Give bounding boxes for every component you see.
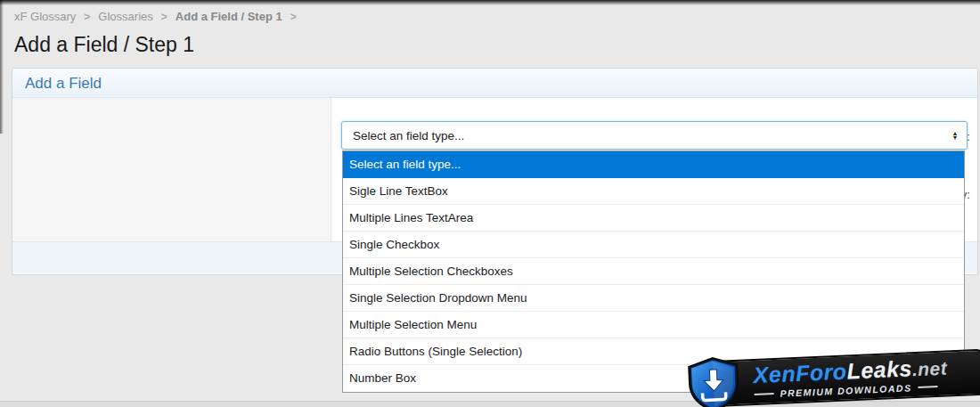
breadcrumb-item-xf-glossary[interactable]: xF Glossary <box>14 10 76 23</box>
screenshot-left-shadow <box>0 0 4 134</box>
breadcrumb: xF Glossary > Glossaries > Add a Field /… <box>14 10 297 23</box>
field-type-select[interactable]: Select an field type... ▲▼ <box>341 121 968 150</box>
dropdown-option[interactable]: Single Checkbox <box>343 232 964 258</box>
chevron-right-icon: > <box>161 11 167 23</box>
dropdown-option[interactable]: Multiple Selection Menu <box>343 312 964 338</box>
watermark-brand-part3: .net <box>911 358 947 380</box>
screenshot-top-shadow <box>0 0 980 5</box>
dropdown-option[interactable]: Select an field type... <box>343 151 964 178</box>
download-shield-icon <box>683 354 745 407</box>
chevron-right-icon: > <box>290 11 297 23</box>
breadcrumb-item-glossaries[interactable]: Glossaries <box>98 10 152 23</box>
watermark-brand-part1: XenForo <box>753 358 847 387</box>
chevron-right-icon: > <box>84 11 90 23</box>
page-title: Add a Field / Step 1 <box>14 33 194 57</box>
select-spinner-icon: ▲▼ <box>945 131 965 141</box>
breadcrumb-item-current[interactable]: Add a Field / Step 1 <box>176 10 282 23</box>
panel-header: Add a Field <box>12 69 977 98</box>
field-type-select-value: Select an field type... <box>342 129 945 142</box>
watermark-brand-part2: Leaks <box>846 355 913 383</box>
watermark-banner: XenForoLeaks.net PREMIUM DOWNLOADS <box>710 349 980 407</box>
dropdown-option[interactable]: Sigle Line TextBox <box>343 178 964 205</box>
dropdown-option[interactable]: Multiple Lines TextArea <box>343 205 964 232</box>
form-label-column <box>12 98 331 241</box>
dropdown-option[interactable]: Single Selection Dropdown Menu <box>343 285 964 312</box>
dropdown-option[interactable]: Multiple Selection Checkboxes <box>343 258 964 285</box>
